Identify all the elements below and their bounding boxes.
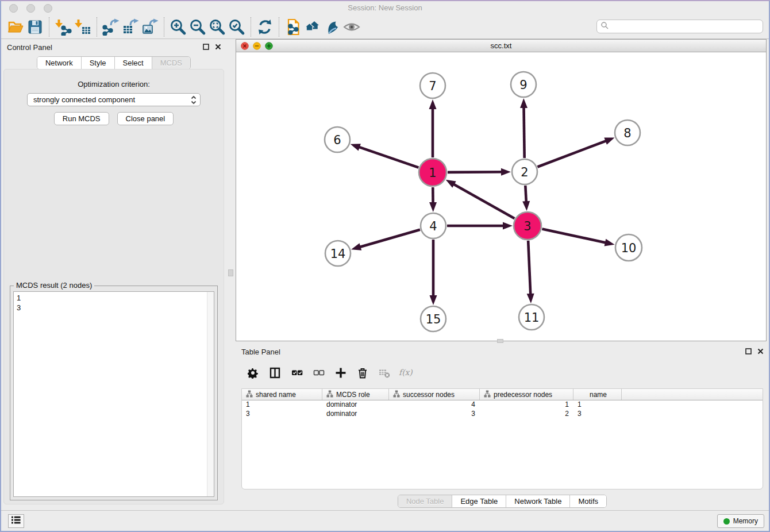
mcds-result-title: MCDS result (2 nodes) xyxy=(14,281,94,290)
graph-node-7[interactable]: 7 xyxy=(420,73,445,98)
graph-node-11[interactable]: 11 xyxy=(519,304,544,330)
new-network-icon[interactable] xyxy=(283,17,303,37)
edge-2-9[interactable] xyxy=(520,98,528,158)
open-icon[interactable] xyxy=(6,17,25,37)
vertical-splitter-grip[interactable] xyxy=(228,269,233,276)
criterion-dropdown[interactable]: strongly connected component xyxy=(27,93,201,106)
table-row[interactable]: 3dominator323 xyxy=(242,410,763,419)
edge-2-8[interactable] xyxy=(537,137,614,167)
control-panel-title: Control Panel xyxy=(7,43,52,52)
tab-network[interactable]: Network xyxy=(37,57,81,69)
graph-node-6[interactable]: 6 xyxy=(325,127,350,152)
mcds-result-textarea[interactable]: 1 3 xyxy=(13,291,214,497)
memory-button[interactable]: Memory xyxy=(717,514,764,528)
close-panel-button[interactable]: Close panel xyxy=(117,112,174,125)
search-input[interactable] xyxy=(609,22,759,30)
criterion-value: strongly connected component xyxy=(33,95,135,104)
zoom-selected-icon[interactable] xyxy=(227,17,247,37)
close-panel-icon[interactable] xyxy=(214,43,222,51)
column-header-name[interactable]: name xyxy=(573,389,622,400)
graph-node-10[interactable]: 10 xyxy=(615,234,642,261)
toolbar-separator xyxy=(251,17,251,37)
table-panel: Table Panel f(x) shared nameMCDS rolesuc… xyxy=(236,344,769,510)
zoom-fit-icon[interactable] xyxy=(207,17,227,37)
column-header-successor-nodes[interactable]: successor nodes xyxy=(389,389,480,400)
zoom-out-icon[interactable] xyxy=(188,17,207,37)
horizontal-splitter-grip[interactable] xyxy=(497,339,503,343)
node-label: 15 xyxy=(426,313,441,326)
save-icon[interactable] xyxy=(25,17,45,37)
table-cell[interactable]: 1 xyxy=(242,400,322,410)
edge-3-10[interactable] xyxy=(542,229,614,246)
float-panel-icon[interactable] xyxy=(202,43,210,51)
import-network-icon[interactable] xyxy=(53,17,73,37)
column-header-MCDS-role[interactable]: MCDS role xyxy=(322,389,389,400)
export-image-icon[interactable] xyxy=(140,17,160,37)
run-mcds-button[interactable]: Run MCDS xyxy=(54,112,109,125)
column-header-shared-name[interactable]: shared name xyxy=(242,389,322,400)
select-all-icon[interactable] xyxy=(290,365,305,380)
unselect-all-icon[interactable] xyxy=(311,365,326,380)
table-cell[interactable]: 4 xyxy=(389,400,480,410)
export-network-icon[interactable] xyxy=(101,17,121,37)
delete-icon[interactable] xyxy=(355,365,370,380)
task-history-button[interactable] xyxy=(8,514,24,528)
tab-node-table[interactable]: Node Table xyxy=(398,495,452,507)
close-table-panel-icon[interactable] xyxy=(757,348,764,355)
show-networks-icon[interactable] xyxy=(303,17,322,37)
tab-edge-table[interactable]: Edge Table xyxy=(452,495,506,507)
table-cell[interactable]: dominator xyxy=(322,410,389,419)
graph-node-8[interactable]: 8 xyxy=(615,120,640,145)
edge-1-4[interactable] xyxy=(429,187,437,212)
control-panel-tabs: NetworkStyleSelectMCDS xyxy=(1,56,226,70)
export-table-icon[interactable] xyxy=(121,17,140,37)
graph-node-2[interactable]: 2 xyxy=(512,159,537,184)
graph-node-14[interactable]: 14 xyxy=(325,241,351,266)
edge-1-2[interactable] xyxy=(448,168,511,176)
edge-arrowhead xyxy=(527,294,534,303)
import-table-icon[interactable] xyxy=(73,17,93,37)
column-label: name xyxy=(590,391,607,399)
columns-icon[interactable] xyxy=(268,365,283,380)
edge-1-7[interactable] xyxy=(429,99,437,157)
edge-3-11[interactable] xyxy=(527,241,534,303)
graph-node-1[interactable]: 1 xyxy=(419,159,446,186)
table-cell[interactable]: 1 xyxy=(573,400,622,410)
node-label: 8 xyxy=(623,126,631,140)
edge-3-1[interactable] xyxy=(446,180,515,218)
table-cell[interactable]: dominator xyxy=(322,400,389,410)
table-cell[interactable]: 3 xyxy=(573,410,622,419)
edge-2-3[interactable] xyxy=(522,186,530,211)
edge-4-3[interactable] xyxy=(447,222,513,230)
add-icon[interactable] xyxy=(333,365,348,380)
refresh-icon[interactable] xyxy=(255,17,275,37)
edge-4-14[interactable] xyxy=(351,230,420,250)
settings-icon[interactable] xyxy=(246,365,261,380)
tab-style[interactable]: Style xyxy=(81,57,114,69)
graph-node-15[interactable]: 15 xyxy=(421,306,446,331)
tab-motifs[interactable]: Motifs xyxy=(569,495,606,507)
table-row[interactable]: 1dominator411 xyxy=(242,400,763,410)
result-scrollbar[interactable] xyxy=(207,292,214,496)
edge-1-6[interactable] xyxy=(351,144,419,167)
edge-arrowhead xyxy=(503,222,513,230)
table-cell[interactable]: 1 xyxy=(480,400,573,410)
table-cell[interactable]: 3 xyxy=(242,410,322,419)
edge-4-15[interactable] xyxy=(430,240,437,305)
tab-mcds[interactable]: MCDS xyxy=(152,57,190,69)
float-table-panel-icon[interactable] xyxy=(745,348,752,355)
table-cell[interactable]: 2 xyxy=(480,410,573,419)
column-header-predecessor-nodes[interactable]: predecessor nodes xyxy=(480,389,573,400)
zoom-in-icon[interactable] xyxy=(168,17,188,37)
graphics-details-icon[interactable] xyxy=(322,17,342,37)
graph-node-9[interactable]: 9 xyxy=(511,72,536,97)
toolbar-separator xyxy=(279,17,279,37)
svg-text:f(x): f(x) xyxy=(399,368,413,377)
graph-node-3[interactable]: 3 xyxy=(514,212,541,240)
graph-node-4[interactable]: 4 xyxy=(421,213,446,238)
table-cell[interactable]: 3 xyxy=(389,410,480,419)
sort-hierarchy-icon xyxy=(484,390,491,399)
tab-network-table[interactable]: Network Table xyxy=(506,495,569,507)
tab-select[interactable]: Select xyxy=(114,57,152,69)
network-canvas[interactable]: 1234678910111415 xyxy=(236,52,766,341)
